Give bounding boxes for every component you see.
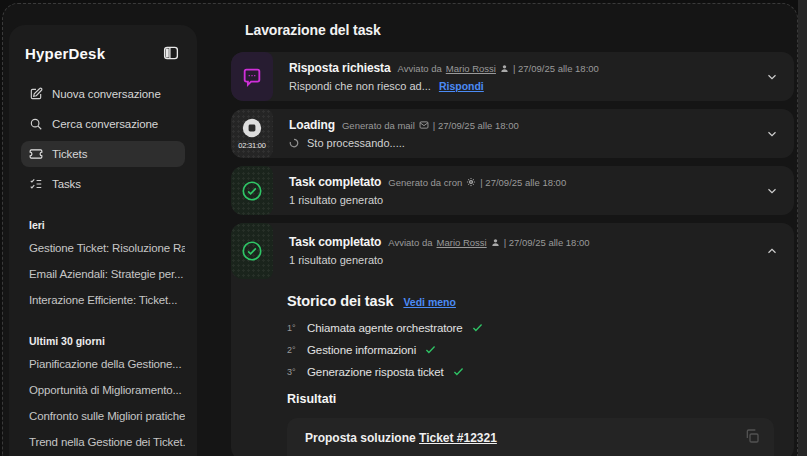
event-cards: Risposta richiesta Avviato da Mario Ross… — [231, 52, 794, 456]
sidebar-toggle-icon[interactable] — [161, 43, 181, 63]
origin-user-link[interactable]: Mario Rossi — [437, 237, 487, 248]
ticket-link[interactable]: Ticket #12321 — [419, 431, 497, 445]
card-meta: Generato da cron | 27/09/25 alle 18:00 — [388, 177, 566, 188]
timestamp: | 27/09/25 alle 18:00 — [513, 63, 599, 74]
task-step: 3° Generazione risposta ticket — [287, 365, 774, 378]
history-section-ultimi-30-giorni: Ultimi 30 giorni Pianificazione della Ge… — [21, 335, 185, 455]
sidebar-item-tasks[interactable]: Tasks — [21, 171, 185, 197]
history-section-ieri: Ieri Gestione Ticket: Risoluzione Rapida… — [21, 219, 185, 313]
result-title: Proposta soluzione Ticket #12321 — [301, 431, 760, 445]
card-title: Risposta richiesta — [289, 61, 391, 75]
history-item[interactable]: Interazione Efficiente: Ticket... — [21, 287, 185, 313]
card-title: Loading — [289, 118, 335, 132]
list-checks-icon — [29, 177, 43, 191]
task-step: 1° Chiamata agente orchestratore — [287, 321, 774, 334]
step-label: Chiamata agente orchestratore — [307, 322, 463, 334]
chevron-down-icon[interactable] — [764, 126, 780, 142]
mail-icon — [419, 120, 429, 130]
main-content: Lavorazione del task — [231, 4, 794, 456]
results-title: Risultati — [287, 392, 774, 406]
card-body: Task completato Generato da cron | 27/09… — [273, 166, 794, 215]
sidebar-item-tickets[interactable]: Tickets — [21, 141, 185, 167]
status-text: Sto processando..... — [307, 137, 405, 149]
sidebar-item-nuova-conversazione[interactable]: Nuova conversazione — [21, 81, 185, 107]
app-title: HyperDesk — [25, 45, 105, 62]
task-history-title: Storico dei task — [287, 293, 393, 309]
chevron-down-icon[interactable] — [764, 69, 780, 85]
timestamp: | 27/09/25 alle 18:00 — [433, 120, 519, 131]
check-circle-icon — [241, 240, 263, 262]
card-leading-strip — [231, 52, 273, 101]
step-label: Gestione informazioni — [307, 344, 416, 356]
origin-prefix: Generato da mail — [342, 120, 415, 131]
origin-prefix: Avviato da — [398, 63, 442, 74]
compose-icon — [29, 87, 43, 101]
card-meta: Avviato da Mario Rossi | 27/09/25 alle 1… — [398, 63, 599, 74]
card-title: Task completato — [289, 235, 381, 249]
ticket-icon — [29, 147, 43, 161]
app-window: HyperDesk Nuova conversazione — [2, 3, 798, 456]
origin-user-link[interactable]: Mario Rossi — [446, 63, 496, 74]
check-icon — [424, 343, 437, 356]
result-card: Proposta soluzione Ticket #12321 Lorem i… — [287, 418, 774, 456]
card-body: Loading Generato da mail | 27/09/25 alle… — [273, 109, 794, 158]
history-item[interactable]: Trend nella Gestione dei Ticket... — [21, 429, 185, 455]
step-number: 2° — [287, 345, 299, 355]
vedi-meno-link[interactable]: Vedi meno — [403, 296, 456, 308]
card-risposta-richiesta: Risposta richiesta Avviato da Mario Ross… — [231, 52, 794, 101]
elapsed-timer: 02:31:00 — [238, 141, 266, 150]
card-body: Task completato Avviato da Mario Rossi |… — [273, 223, 794, 279]
card-task-completato-expanded: Task completato Avviato da Mario Rossi |… — [231, 223, 794, 456]
timestamp: | 27/09/25 alle 18:00 — [480, 177, 566, 188]
card-title: Task completato — [289, 175, 381, 189]
card-leading-strip — [231, 223, 273, 279]
result-count: 1 risultato generato — [289, 194, 383, 206]
sidebar-item-label: Tasks — [52, 178, 81, 190]
check-icon — [452, 365, 465, 378]
history-item[interactable]: Pianificazione della Gestione... — [21, 351, 185, 377]
check-icon — [471, 321, 484, 334]
result-title-prefix: Proposta soluzione — [305, 431, 416, 445]
history-item[interactable]: Gestione Ticket: Risoluzione Rapida — [21, 235, 185, 261]
step-number: 3° — [287, 367, 299, 377]
sidebar-item-label: Cerca conversazione — [52, 118, 158, 130]
step-label: Generazione risposta ticket — [307, 366, 444, 378]
card-loading: 02:31:00 Loading Generato da mail | — [231, 109, 794, 158]
search-icon — [29, 117, 43, 131]
chat-bubble-icon — [241, 66, 263, 88]
chevron-up-icon[interactable] — [764, 243, 780, 259]
timestamp: | 27/09/25 alle 18:00 — [504, 237, 590, 248]
section-label: Ieri — [29, 219, 177, 231]
stop-icon[interactable] — [241, 117, 263, 139]
card-task-completato-cron: Task completato Generato da cron | 27/09… — [231, 166, 794, 215]
card-leading-strip: 02:31:00 — [231, 109, 273, 158]
card-body: Risposta richiesta Avviato da Mario Ross… — [273, 52, 794, 101]
sidebar-header: HyperDesk — [21, 43, 185, 63]
user-icon — [500, 64, 509, 73]
card-header: Task completato Avviato da Mario Rossi |… — [231, 223, 794, 279]
history-item[interactable]: Email Aziendali: Strategie per... — [21, 261, 185, 287]
sidebar-menu: Nuova conversazione Cerca conversazione … — [21, 81, 185, 197]
history-item[interactable]: Opportunità di Miglioramento... — [21, 377, 185, 403]
card-meta: Avviato da Mario Rossi | 27/09/25 alle 1… — [388, 237, 589, 248]
gear-icon — [466, 177, 476, 187]
card-leading-strip — [231, 166, 273, 215]
sidebar-item-label: Tickets — [52, 148, 87, 160]
check-circle-icon — [241, 180, 263, 202]
result-count: 1 risultato generato — [289, 254, 383, 266]
card-expanded-content: Storico dei task Vedi meno 1° Chiamata a… — [231, 279, 794, 456]
sidebar-item-label: Nuova conversazione — [52, 88, 161, 100]
origin-prefix: Generato da cron — [388, 177, 462, 188]
sidebar-item-cerca-conversazione[interactable]: Cerca conversazione — [21, 111, 185, 137]
spinner-icon — [289, 138, 299, 148]
history-item[interactable]: Confronto sulle Migliori pratiche... — [21, 403, 185, 429]
card-message: Rispondi che non riesco ad... — [289, 80, 431, 92]
window-edge — [798, 0, 807, 456]
chevron-down-icon[interactable] — [764, 183, 780, 199]
step-number: 1° — [287, 323, 299, 333]
page-title: Lavorazione del task — [245, 22, 794, 38]
copy-icon[interactable] — [744, 428, 762, 446]
card-meta: Generato da mail | 27/09/25 alle 18:00 — [342, 120, 519, 131]
rispondi-link[interactable]: Rispondi — [439, 80, 484, 92]
task-step: 2° Gestione informazioni — [287, 343, 774, 356]
